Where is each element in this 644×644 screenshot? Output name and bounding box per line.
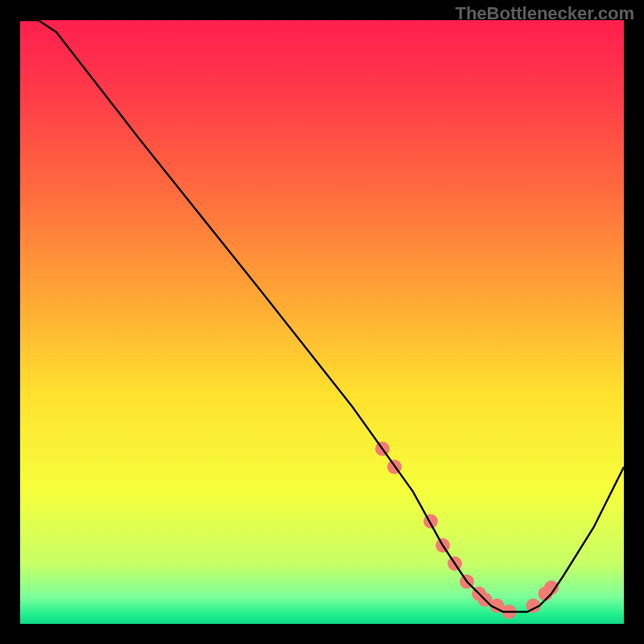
bottleneck-curve-chart: [20, 20, 624, 624]
chart-frame: TheBottlenecker.com: [0, 0, 644, 644]
watermark-text: TheBottlenecker.com: [455, 3, 634, 24]
gradient-background: [20, 20, 624, 624]
